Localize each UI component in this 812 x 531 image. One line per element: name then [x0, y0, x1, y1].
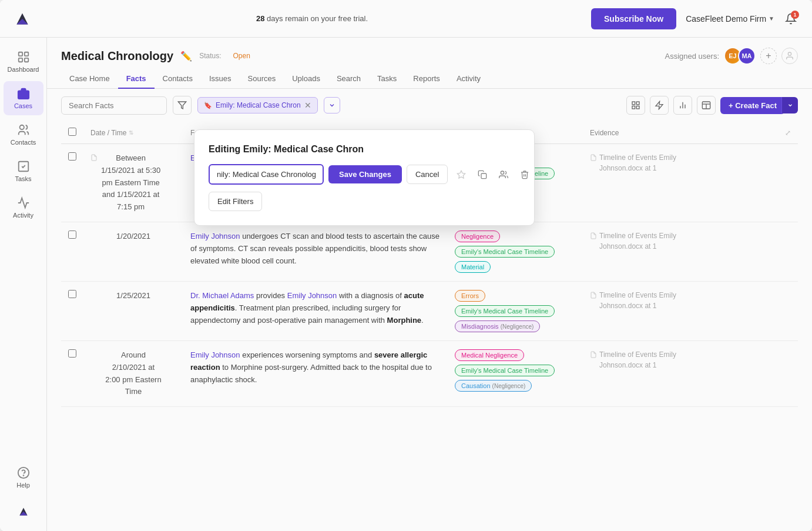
edit-popup: Editing Emily: Medical Case Chron Save C… [194, 129, 535, 226]
edit-popup-title: Editing Emily: Medical Case Chron [209, 144, 520, 155]
cancel-button[interactable]: Cancel [407, 165, 448, 184]
popup-icon-buttons [452, 166, 533, 183]
svg-point-24 [501, 171, 504, 174]
trash-icon-button[interactable] [516, 166, 533, 183]
svg-rect-23 [481, 173, 486, 179]
edit-popup-input-row: Save Changes Cancel [209, 164, 520, 185]
copy-icon-button[interactable] [474, 166, 491, 183]
save-changes-button[interactable]: Save Changes [328, 165, 402, 183]
popup-overlay[interactable] [0, 0, 812, 531]
edit-name-input[interactable] [209, 164, 324, 185]
users-icon-button[interactable] [495, 166, 512, 183]
star-icon-button[interactable] [452, 166, 470, 183]
svg-marker-22 [458, 171, 465, 178]
edit-filters-row: Edit Filters [209, 192, 520, 211]
edit-filters-button[interactable]: Edit Filters [209, 192, 262, 211]
